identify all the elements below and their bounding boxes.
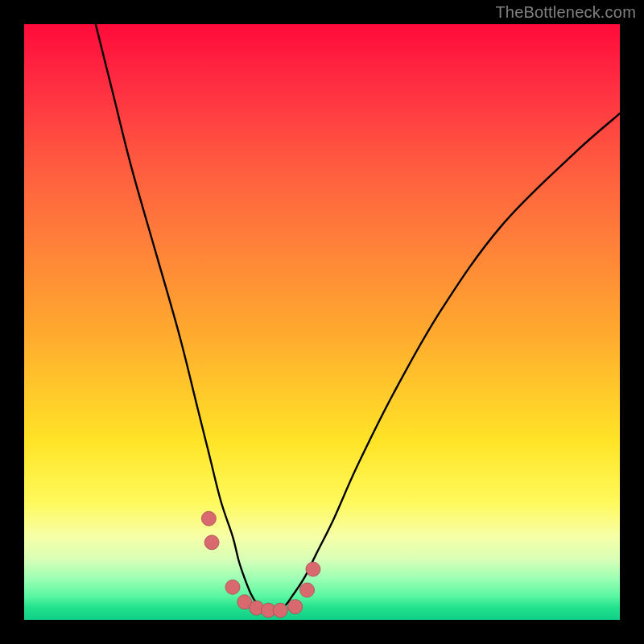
curve-markers [201,511,320,617]
curve-marker [300,583,315,597]
curve-marker [201,511,216,526]
curve-marker [306,562,320,576]
curve-marker [225,580,240,594]
bottleneck-curve [96,24,620,612]
plot-area [24,24,620,620]
watermark-text: TheBottleneck.com [495,3,636,22]
curve-marker [273,603,287,617]
chart-frame: TheBottleneck.com [0,0,644,644]
curve-layer [24,24,620,620]
curve-marker [288,600,303,614]
curve-marker [204,535,219,550]
